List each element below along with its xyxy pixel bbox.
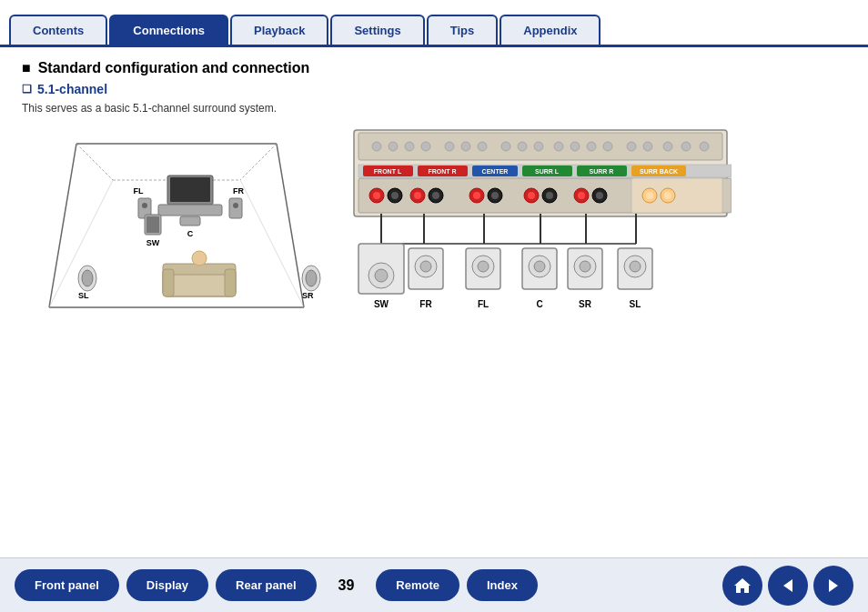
- tab-contents[interactable]: Contents: [9, 15, 107, 45]
- svg-point-86: [578, 192, 585, 199]
- front-panel-button[interactable]: Front panel: [15, 569, 119, 601]
- svg-line-7: [49, 180, 113, 307]
- description-text: This serves as a basic 5.1-channel surro…: [22, 102, 846, 115]
- svg-text:SW: SW: [374, 299, 389, 309]
- tab-settings[interactable]: Settings: [330, 15, 424, 45]
- svg-point-40: [445, 142, 454, 151]
- home-icon: [732, 576, 752, 596]
- svg-point-82: [528, 192, 535, 199]
- svg-point-37: [389, 142, 398, 151]
- svg-point-70: [373, 192, 380, 199]
- home-button[interactable]: [722, 566, 762, 606]
- svg-point-47: [570, 142, 580, 151]
- svg-point-50: [627, 142, 636, 151]
- svg-point-44: [518, 142, 527, 151]
- svg-point-78: [473, 192, 480, 199]
- svg-point-72: [391, 192, 399, 199]
- svg-point-80: [491, 192, 499, 199]
- svg-marker-126: [783, 579, 792, 592]
- svg-point-123: [630, 261, 641, 272]
- display-button[interactable]: Display: [126, 569, 208, 601]
- svg-point-119: [580, 261, 590, 272]
- section-title: Standard configuration and connection: [22, 60, 846, 76]
- tab-playback[interactable]: Playback: [230, 15, 328, 45]
- svg-marker-127: [829, 579, 838, 592]
- svg-text:FL: FL: [134, 186, 144, 196]
- bottom-navigation: Front panel Display Rear panel 39 Remote…: [0, 557, 868, 612]
- tab-tips[interactable]: Tips: [427, 15, 499, 45]
- svg-line-1: [49, 144, 76, 307]
- svg-point-48: [587, 142, 596, 151]
- subsection-title: 5.1-channel: [22, 82, 846, 96]
- index-button[interactable]: Index: [467, 569, 538, 601]
- svg-point-32: [306, 270, 317, 286]
- remote-button[interactable]: Remote: [376, 569, 459, 601]
- svg-point-42: [478, 142, 487, 151]
- svg-rect-21: [180, 216, 200, 226]
- svg-text:FRONT L: FRONT L: [374, 168, 402, 175]
- svg-rect-19: [146, 216, 159, 233]
- svg-line-2: [277, 144, 304, 307]
- back-button[interactable]: [768, 566, 808, 606]
- rear-panel-button[interactable]: Rear panel: [216, 569, 316, 601]
- svg-line-5: [240, 144, 277, 180]
- svg-text:C: C: [536, 299, 542, 309]
- svg-text:SW: SW: [146, 238, 160, 247]
- tab-connections[interactable]: Connections: [109, 15, 228, 45]
- svg-text:SR: SR: [579, 299, 592, 309]
- svg-point-74: [414, 192, 421, 199]
- svg-point-13: [142, 203, 147, 208]
- svg-point-16: [233, 203, 238, 208]
- svg-line-4: [76, 144, 113, 180]
- svg-text:C: C: [187, 229, 194, 238]
- svg-text:SR: SR: [302, 291, 314, 300]
- main-content: Standard configuration and connection 5.…: [0, 47, 868, 338]
- svg-text:SURR R: SURR R: [590, 168, 614, 175]
- svg-point-53: [681, 142, 691, 151]
- svg-rect-11: [158, 205, 222, 216]
- svg-point-115: [534, 261, 545, 272]
- svg-point-46: [554, 142, 563, 151]
- svg-point-93: [664, 192, 671, 199]
- forward-arrow-icon: [825, 577, 842, 594]
- bottom-nav-left: Front panel Display Rear panel 39 Remote…: [15, 569, 538, 601]
- svg-marker-125: [734, 578, 751, 593]
- svg-point-103: [375, 269, 388, 282]
- svg-rect-26: [225, 269, 236, 296]
- svg-point-91: [646, 192, 653, 199]
- svg-point-84: [546, 192, 553, 199]
- svg-point-54: [700, 142, 709, 151]
- svg-text:SURR BACK: SURR BACK: [640, 168, 678, 175]
- connection-diagram: FRONT L FRONT R CENTER SURR L SURR R SUR…: [349, 125, 846, 326]
- back-arrow-icon: [780, 577, 796, 594]
- svg-rect-25: [163, 269, 174, 296]
- svg-text:FL: FL: [478, 299, 489, 309]
- svg-point-107: [420, 261, 431, 272]
- bottom-nav-right: [722, 566, 853, 606]
- svg-line-8: [240, 180, 304, 307]
- svg-text:FRONT R: FRONT R: [428, 168, 456, 175]
- svg-point-88: [596, 192, 603, 199]
- top-navigation: Contents Connections Playback Settings T…: [0, 0, 868, 47]
- svg-text:SURR L: SURR L: [535, 168, 560, 175]
- svg-point-38: [405, 142, 414, 151]
- svg-text:FR: FR: [419, 299, 432, 309]
- svg-rect-10: [170, 177, 210, 202]
- forward-button[interactable]: [813, 566, 853, 606]
- svg-point-49: [603, 142, 612, 151]
- svg-point-43: [501, 142, 510, 151]
- svg-text:CENTER: CENTER: [482, 168, 509, 175]
- room-diagram: FL FR SW C: [22, 125, 331, 326]
- svg-text:FR: FR: [233, 186, 244, 196]
- svg-point-36: [372, 142, 381, 151]
- svg-text:SL: SL: [78, 291, 89, 300]
- svg-point-51: [643, 142, 652, 151]
- diagram-area: FL FR SW C: [22, 125, 846, 326]
- svg-point-76: [432, 192, 439, 199]
- svg-point-45: [534, 142, 543, 151]
- svg-point-111: [478, 261, 489, 272]
- svg-point-29: [82, 270, 93, 286]
- svg-point-52: [663, 142, 672, 151]
- tab-appendix[interactable]: Appendix: [500, 15, 601, 45]
- svg-point-27: [192, 251, 207, 266]
